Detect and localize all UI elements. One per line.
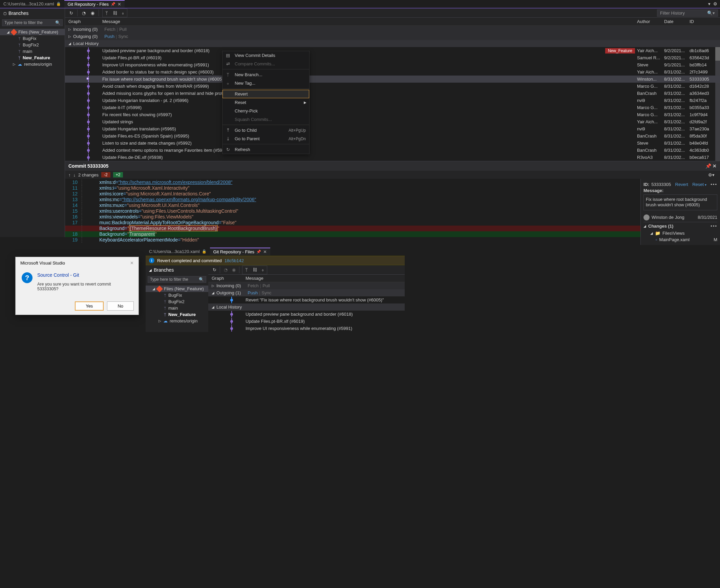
file-tab[interactable]: C:\Users\ta...3ca120.xaml 🔒 [0, 0, 64, 7]
col-date[interactable]: Date [664, 19, 690, 24]
commit-row[interactable]: Update Files.pt-BR.xlf (#6019) [208, 318, 405, 325]
commit-row[interactable]: Added border to status bar to match desi… [65, 68, 720, 76]
branch-item[interactable]: ᛘBugFix2 [0, 42, 65, 48]
branches-header[interactable]: ◢Branches [146, 265, 208, 275]
pull-link[interactable]: Pull [262, 283, 270, 288]
chevron-down-icon[interactable]: ▾ [708, 1, 711, 6]
refresh-button[interactable]: ↻ [67, 9, 75, 17]
commit-button[interactable]: ◉ [230, 266, 238, 274]
tag-button[interactable]: ⬨ [119, 9, 127, 17]
commit-row[interactable]: Improve UI responsiveness while enumerat… [65, 61, 720, 68]
incoming-section[interactable]: ▷Incoming (0)Fetch|Pull [65, 26, 720, 33]
local-history-section[interactable]: ◢Local History [208, 303, 405, 311]
filter-history-input[interactable]: Filter History🔍▾ [657, 9, 718, 17]
merge-button[interactable]: ⛓ [111, 9, 119, 17]
refresh-button[interactable]: ↻ [210, 266, 218, 274]
push-link[interactable]: Push [104, 34, 114, 39]
chevron-down-icon[interactable]: ◢ [643, 224, 646, 228]
outgoing-section[interactable]: ◢Outgoing (1)Push|Sync [208, 289, 405, 296]
col-message[interactable]: Message [246, 276, 401, 281]
remotes-node[interactable]: ▷☁remotes/origin [0, 61, 65, 67]
more-icon[interactable]: ••• [711, 224, 717, 229]
branch-item-current[interactable]: ᛘNew_Feature [0, 55, 65, 61]
pin-icon[interactable]: 📌 [705, 163, 711, 169]
branch-item[interactable]: ᛘmain [146, 305, 208, 311]
commit-row[interactable]: Update Files.es-ES (Spanish Spain) (#599… [65, 132, 720, 140]
folder-node[interactable]: ◢📁Files\Views [643, 230, 717, 236]
close-icon[interactable]: ✕ [118, 2, 121, 7]
branch-filter-input[interactable]: Type here to filter the🔍 [2, 19, 63, 26]
sync-link[interactable]: Sync [118, 34, 128, 39]
commit-row[interactable]: Added context menu options to rearrange … [65, 147, 720, 154]
commit-row[interactable]: Updated strings Yair Aich... 8/31/202...… [65, 118, 720, 125]
remotes-node[interactable]: ▷☁remotes/origin [146, 318, 208, 324]
ctx-reset[interactable]: Reset▶ [223, 98, 309, 107]
local-history-section[interactable]: ◢Local History [65, 40, 720, 47]
col-graph[interactable]: Graph [212, 276, 246, 281]
changed-file[interactable]: ▫MainPage.xamlM [643, 236, 717, 243]
repo-tab[interactable]: Git Repository - Files 📌 ✕ [64, 0, 125, 8]
fetch-link[interactable]: Fetch [248, 283, 259, 288]
prev-change-button[interactable]: ↑ [68, 172, 71, 177]
yes-button[interactable]: Yes [75, 301, 104, 311]
no-button[interactable]: No [107, 301, 134, 311]
branch-item[interactable]: ᛘBugFix [0, 35, 65, 42]
commit-row[interactable]: Added missing icons glyphs for open in t… [65, 90, 720, 97]
commit-row[interactable]: Avoid crash when dragging files from Win… [65, 83, 720, 90]
commit-row[interactable]: Update Hungarian translation - pt. 2 (#5… [65, 97, 720, 104]
branch-filter-input[interactable]: Type here to filter the🔍 [148, 276, 206, 283]
pin-icon[interactable]: 📌 [256, 250, 261, 254]
ctx-new-branch[interactable]: ᛘNew Branch... [223, 70, 309, 79]
ctx-cherry-pick[interactable]: Cherry-Pick [223, 107, 309, 115]
commit-row[interactable]: Updated preview pane background and bord… [65, 47, 720, 54]
repo-root[interactable]: ◢Files (New_Feature) [146, 286, 208, 292]
stage-button[interactable]: ◔ [221, 266, 230, 274]
col-message[interactable]: Message [102, 19, 637, 24]
branch-item[interactable]: ᛘmain [0, 48, 65, 55]
gear-icon[interactable]: ⚙ [713, 1, 717, 6]
code-area[interactable]: 10 xmlns:d="http://schemas.microsoft.com… [65, 179, 640, 245]
branch-graph-button[interactable]: ᛘ [103, 9, 111, 17]
ctx-view-details[interactable]: ▤View Commit Details [223, 51, 309, 60]
close-icon[interactable]: ✕ [263, 249, 267, 254]
commit-row[interactable]: Update Files.pt-BR.xlf (#6019) Samuel R.… [65, 54, 720, 61]
fetch-link[interactable]: Fetch [104, 27, 115, 32]
gear-icon[interactable]: ⚙▾ [708, 172, 717, 177]
pin-icon[interactable]: 📌 [111, 2, 115, 6]
col-author[interactable]: Author [637, 19, 664, 24]
close-icon[interactable]: ✕ [130, 260, 134, 266]
commit-row[interactable]: Listen to size and date meta changes (#5… [65, 140, 720, 147]
more-icon[interactable]: ••• [711, 182, 717, 187]
tag-button[interactable]: ⬨ [259, 266, 267, 274]
branches-header[interactable]: ▢Branches [0, 8, 65, 18]
detail-revert-link[interactable]: Revert [675, 182, 688, 187]
branch-item[interactable]: ᛘBugFix2 [146, 298, 208, 305]
stage-button[interactable]: ◔ [80, 9, 88, 17]
ctx-refresh[interactable]: ↻Refresh [223, 145, 309, 154]
commit-row[interactable]: Revert "Fix issue where root background … [208, 296, 405, 303]
commit-row[interactable]: Improve UI responsiveness while enumerat… [208, 325, 405, 332]
commit-button[interactable]: ◉ [88, 9, 97, 17]
ctx-go-parent[interactable]: ⤓Go to ParentAlt+PgDn [223, 134, 309, 143]
incoming-section[interactable]: ▷Incoming (0)Fetch|Pull [208, 282, 405, 289]
commit-row[interactable]: Fix issue where root background brush wo… [65, 76, 720, 83]
branch-item-current[interactable]: ᛘNew_Feature [146, 311, 208, 318]
ctx-new-tag[interactable]: ⬦New Tag... [223, 79, 309, 87]
ctx-revert[interactable]: Revert [223, 90, 309, 98]
ctx-go-child[interactable]: ⤒Go to ChildAlt+PgUp [223, 126, 309, 134]
outgoing-section[interactable]: ▷Outgoing (0)Push|Sync [65, 33, 720, 40]
col-graph[interactable]: Graph [68, 19, 102, 24]
close-icon[interactable]: ✕ [713, 163, 717, 169]
pull-link[interactable]: Pull [119, 27, 127, 32]
merge-button[interactable]: ⛓ [251, 266, 259, 274]
detail-reset-link[interactable]: Reset [692, 182, 706, 187]
commit-hash-link[interactable]: 18c5b142 [225, 258, 244, 263]
sync-link[interactable]: Sync [261, 290, 271, 295]
next-change-button[interactable]: ↓ [73, 172, 76, 177]
commit-row[interactable]: Update Files.de-DE.xlf (#5938) R3voA3 8/… [65, 154, 720, 161]
commit-row[interactable]: Update Hungarian translation (#5965) nvi… [65, 125, 720, 132]
commit-row[interactable]: Updated preview pane background and bord… [208, 311, 405, 318]
repo-tab[interactable]: Git Repository - Files 📌 ✕ [210, 248, 270, 255]
repo-root[interactable]: ◢Files (New_Feature) [0, 29, 65, 35]
push-link[interactable]: Push [248, 290, 258, 295]
